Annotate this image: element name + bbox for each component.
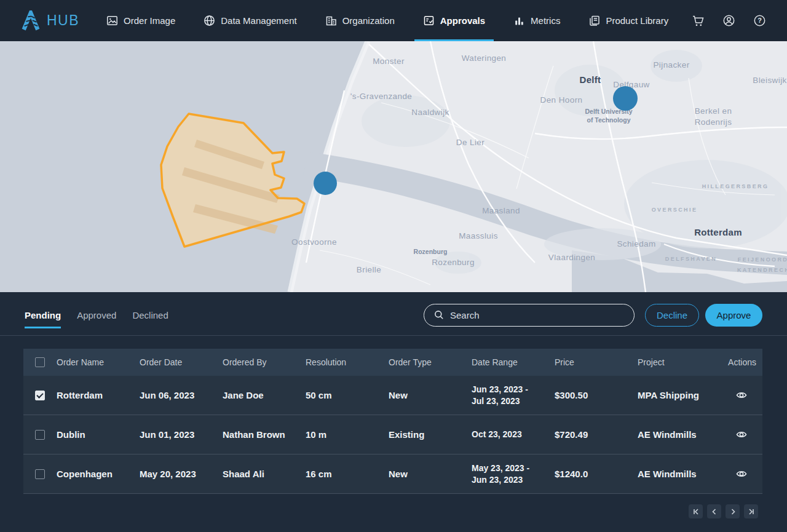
image-icon <box>106 15 118 26</box>
account-icon[interactable] <box>722 14 735 27</box>
cell-order-name: Rotterdam <box>57 390 140 400</box>
cell-order-date: Jun 06, 2023 <box>140 390 223 400</box>
cell-date-range: Oct 23, 2023 <box>472 429 555 440</box>
last-page-button[interactable] <box>744 504 758 518</box>
col-header: Resolution <box>306 357 389 367</box>
bar-chart-icon <box>513 15 525 26</box>
app-logo[interactable]: HUB <box>21 0 79 41</box>
cell-order-name: Copenhagen <box>57 469 140 479</box>
svg-text:?: ? <box>757 17 762 24</box>
view-icon[interactable] <box>735 429 748 440</box>
library-icon <box>588 15 600 26</box>
nav-item-organization[interactable]: Organization <box>325 0 395 41</box>
cell-price: $720.49 <box>555 429 638 440</box>
cell-order-date: Jun 01, 2023 <box>140 429 223 440</box>
cell-resolution: 50 cm <box>306 390 389 400</box>
nav-item-metrics[interactable]: Metrics <box>513 0 560 41</box>
col-header: Order Name <box>57 357 140 367</box>
approvals-icon <box>423 15 435 26</box>
nav-item-label: Organization <box>342 15 395 26</box>
nav-item-label: Order Image <box>124 15 175 26</box>
decline-button[interactable]: Decline <box>645 304 699 327</box>
cell-ordered-by: Nathan Brown <box>223 429 306 440</box>
approvals-panel: Pending Approved Declined Decline Approv… <box>0 303 787 532</box>
top-nav: HUB Order Image Data Management Organiza… <box>0 0 787 41</box>
cell-project: MPA Shipping <box>638 390 721 400</box>
approve-button[interactable]: Approve <box>705 304 762 327</box>
view-icon[interactable] <box>735 389 748 401</box>
cell-order-type: New <box>389 469 472 479</box>
help-icon[interactable]: ? <box>753 14 766 27</box>
nav-item-label: Metrics <box>531 15 560 26</box>
nav-item-product-library[interactable]: Product Library <box>588 0 668 41</box>
col-header: Ordered By <box>223 357 306 367</box>
tab-declined[interactable]: Declined <box>132 310 168 328</box>
cell-project: AE Windmills <box>638 469 721 479</box>
col-header: Date Range <box>472 357 555 367</box>
nav-item-order-image[interactable]: Order Image <box>106 0 175 41</box>
basemap-graphics <box>0 41 787 292</box>
tab-approved[interactable]: Approved <box>77 310 116 328</box>
order-location-marker[interactable] <box>613 86 638 111</box>
col-header: Order Type <box>389 357 472 367</box>
cell-order-type: Existing <box>389 429 472 440</box>
nav-item-data-management[interactable]: Data Management <box>204 0 296 41</box>
controls-row: Pending Approved Declined Decline Approv… <box>0 303 787 327</box>
cell-resolution: 10 m <box>306 429 389 440</box>
logo-a-icon <box>21 10 41 31</box>
prev-page-button[interactable] <box>707 504 721 518</box>
orders-table: Order Name Order Date Ordered By Resolut… <box>23 349 762 494</box>
pagination <box>0 504 787 518</box>
nav-item-label: Data Management <box>221 15 296 26</box>
nav-item-approvals[interactable]: Approvals <box>423 0 485 41</box>
row-checkbox[interactable] <box>35 391 45 400</box>
logo-text: HUB <box>47 12 79 29</box>
nav-item-label: Approvals <box>440 15 485 26</box>
globe-icon <box>204 15 215 26</box>
first-page-button[interactable] <box>689 504 703 518</box>
cell-date-range: Jun 23, 2023 - Jul 23, 2023 <box>472 384 555 407</box>
order-location-marker[interactable] <box>314 172 337 195</box>
cell-date-range: May 23, 2023 - Jun 23, 2023 <box>472 463 555 486</box>
cell-project: AE Windmills <box>638 429 721 440</box>
nav-right-icons: ? <box>692 0 766 41</box>
col-header: Price <box>555 357 638 367</box>
cell-price: $300.50 <box>555 390 638 400</box>
cell-price: $1240.0 <box>555 469 638 479</box>
cell-order-type: New <box>389 390 472 400</box>
status-tabs: Pending Approved Declined <box>25 301 168 328</box>
building-icon <box>325 15 337 26</box>
cell-order-date: May 20, 2023 <box>140 469 223 479</box>
panel-divider <box>0 335 787 336</box>
col-header: Order Date <box>140 357 223 367</box>
search-box[interactable] <box>424 304 635 327</box>
col-header: Project <box>638 357 721 367</box>
table-row[interactable]: Dublin Jun 01, 2023 Nathan Brown 10 m Ex… <box>23 415 762 455</box>
cell-ordered-by: Jane Doe <box>223 390 306 400</box>
search-input[interactable] <box>450 310 624 320</box>
table-row[interactable]: Rotterdam Jun 06, 2023 Jane Doe 50 cm Ne… <box>23 376 762 415</box>
table-row[interactable]: Copenhagen May 20, 2023 Shaad Ali 16 cm … <box>23 455 762 494</box>
row-checkbox[interactable] <box>35 469 45 479</box>
cell-order-name: Dublin <box>57 429 140 440</box>
next-page-button[interactable] <box>726 504 740 518</box>
col-header: Actions <box>721 357 762 367</box>
nav-item-label: Product Library <box>606 15 668 26</box>
cell-ordered-by: Shaad Ali <box>223 469 306 479</box>
search-icon <box>434 310 444 320</box>
cell-resolution: 16 cm <box>306 469 389 479</box>
map-canvas[interactable]: MonsterWateringen's-GravenzandeNaaldwijk… <box>0 41 787 292</box>
table-header-row: Order Name Order Date Ordered By Resolut… <box>23 349 762 376</box>
tab-pending[interactable]: Pending <box>25 310 61 328</box>
select-all-checkbox[interactable] <box>35 357 45 367</box>
view-icon[interactable] <box>735 468 748 480</box>
nav-items: Order Image Data Management Organization… <box>106 0 668 41</box>
cart-icon[interactable] <box>692 15 705 27</box>
row-checkbox[interactable] <box>35 430 45 440</box>
